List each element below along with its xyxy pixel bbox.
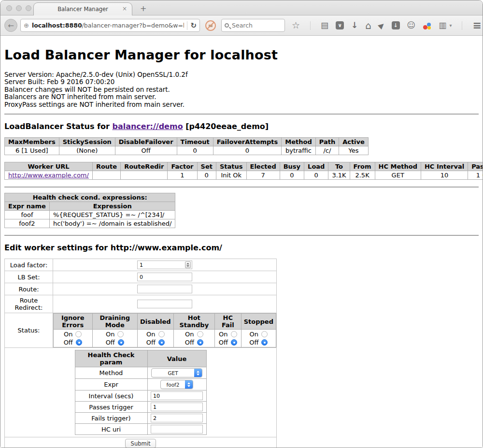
balancer-demo-link[interactable]: balancer://demo: [112, 122, 183, 131]
ignore-errors-on-radio[interactable]: [75, 331, 82, 337]
stopped-off-radio[interactable]: [261, 339, 268, 346]
off-label: Off: [64, 339, 73, 346]
search-bar[interactable]: [221, 19, 285, 32]
load-factor-input[interactable]: [137, 260, 192, 269]
globe-icon: ⊕: [24, 22, 29, 29]
col-ignore-errors: Ignore Errors: [54, 314, 93, 330]
expr-table-title: Health check cond. expressions:: [5, 193, 175, 202]
stopped-radios: On Off: [241, 330, 276, 347]
hc-row-hc-uri: HC uri: [75, 424, 206, 435]
divider: [4, 235, 479, 236]
disabled-on-radio[interactable]: [158, 331, 165, 337]
number-stepper[interactable]: [185, 261, 191, 268]
table-row: foof %{REQUEST_STATUS} =~ /^[234]/: [5, 211, 175, 219]
window-minimize-button[interactable]: [16, 5, 22, 11]
persist-notice-line: Balancer changes will NOT be persisted o…: [4, 86, 479, 93]
cell-status: Init Ok: [216, 171, 246, 180]
cell-maxmembers: 6 [1 Used]: [5, 146, 59, 155]
hc-row-passes: Passes trigger: [75, 402, 206, 413]
load-factor-label: Load factor:: [5, 259, 53, 271]
col-hc-interval: HC Interval: [421, 162, 468, 171]
window-close-button[interactable]: [6, 5, 12, 11]
table-header-row: Health Check param Value: [75, 350, 206, 367]
urlbar-divider: [187, 21, 187, 30]
on-label: On: [250, 331, 258, 338]
tab-balancer-manager[interactable]: Balancer Manager ×: [33, 2, 132, 15]
table-header-row: Worker URL Route RouteRedir Factor Set S…: [5, 162, 483, 171]
form-row-status: Status: Ignore Errors Draining Mode Disa…: [5, 313, 277, 348]
select-stepper-icon: [194, 368, 202, 377]
cell-method: bytraffic: [282, 146, 315, 155]
reload-icon[interactable]: ↻: [190, 21, 197, 30]
draining-mode-on-radio[interactable]: [117, 331, 124, 337]
route-redirect-input[interactable]: [137, 300, 192, 308]
col-disablefailover: DisableFailover: [115, 138, 177, 146]
hc-fail-on-radio[interactable]: [231, 331, 237, 337]
disabled-off-radio[interactable]: [158, 339, 165, 346]
draining-mode-off-radio[interactable]: [118, 339, 124, 346]
interval-input[interactable]: [151, 391, 203, 400]
stopped-on-radio[interactable]: [261, 331, 268, 337]
lb-set-input[interactable]: [137, 273, 192, 281]
window-zoom-button[interactable]: [26, 5, 31, 11]
hamburger-menu-icon[interactable]: ≡: [472, 19, 481, 31]
status-label: Status:: [5, 313, 53, 348]
search-input[interactable]: [232, 22, 275, 29]
col-disabled: Disabled: [138, 314, 174, 330]
on-label: On: [185, 331, 194, 338]
chat-smiley-icon[interactable]: ☺: [407, 21, 416, 29]
cell-load: 0: [304, 171, 328, 180]
health-check-param-table: Health Check param Value Method GET Expr…: [75, 350, 207, 435]
lb-set-label: LB Set:: [5, 271, 53, 283]
cell-path: /c/: [315, 146, 339, 155]
reading-list-icon[interactable]: ▤: [321, 21, 328, 29]
form-row-health-check: Health Check param Value Method GET Expr…: [5, 348, 277, 437]
extension-colors-icon[interactable]: [423, 21, 431, 30]
col-active: Active: [339, 138, 369, 146]
send-icon[interactable]: ▶: [377, 21, 386, 30]
divider: [4, 114, 479, 115]
hc-fail-off-radio[interactable]: [231, 339, 237, 346]
ignore-errors-off-radio[interactable]: [76, 339, 82, 346]
back-button[interactable]: ←: [4, 19, 17, 32]
col-hc-fail: HC Fail: [214, 314, 241, 330]
browser-window: Balancer Manager × + ← ⊕ localhost:8880/…: [0, 0, 483, 448]
container-battery-icon[interactable]: ▥: [439, 21, 446, 29]
method-select[interactable]: GET: [151, 368, 202, 377]
on-label: On: [146, 331, 155, 338]
tab-close-icon[interactable]: ×: [122, 5, 127, 12]
chevron-down-icon[interactable]: ▾: [449, 23, 452, 28]
hot-standby-off-radio[interactable]: [197, 339, 203, 346]
expr-select[interactable]: foof2: [160, 380, 193, 389]
url-bar[interactable]: ⊕ localhost:8880/balancer-manager?b=demo…: [20, 19, 200, 32]
home-icon[interactable]: ⌂: [365, 21, 371, 30]
tab-bar: Balancer Manager × +: [0, 0, 483, 15]
cell-hc-interval: 10: [421, 171, 468, 180]
passes-label: Passes trigger: [75, 402, 147, 413]
health-check-expressions-table: Health check cond. expressions: Expr nam…: [4, 193, 175, 228]
off-label: Off: [106, 339, 115, 346]
download-icon[interactable]: ↓: [351, 21, 358, 29]
passes-input[interactable]: [151, 403, 203, 411]
off-label: Off: [146, 339, 156, 346]
cell-factor: 1: [168, 171, 197, 180]
hot-standby-on-radio[interactable]: [197, 331, 203, 337]
fails-input[interactable]: [151, 414, 203, 422]
edit-worker-form: Load factor: LB Set: Route: Route Redire…: [4, 259, 277, 448]
panel-download-icon[interactable]: ↓: [392, 21, 400, 29]
submit-button[interactable]: Submit: [125, 439, 156, 448]
expr-label: Expr: [75, 379, 147, 390]
table-header-row: Ignore Errors Draining Mode Disabled Hot…: [54, 314, 276, 330]
col-status: Status: [216, 162, 246, 171]
search-icon: [225, 23, 229, 28]
hc-uri-input[interactable]: [151, 425, 203, 434]
cell-route: [92, 171, 120, 180]
pocket-icon[interactable]: ∨: [336, 21, 344, 29]
bookmark-star-icon[interactable]: ☆: [292, 21, 300, 30]
url-text[interactable]: localhost:8880/balancer-manager?b=demo&w…: [32, 22, 185, 29]
worker-url-link[interactable]: http://www.example.com/: [8, 172, 89, 179]
col-stopped: Stopped: [241, 314, 276, 330]
adblock-icon[interactable]: [205, 20, 216, 31]
new-tab-button[interactable]: +: [140, 4, 146, 13]
route-input[interactable]: [137, 285, 192, 293]
